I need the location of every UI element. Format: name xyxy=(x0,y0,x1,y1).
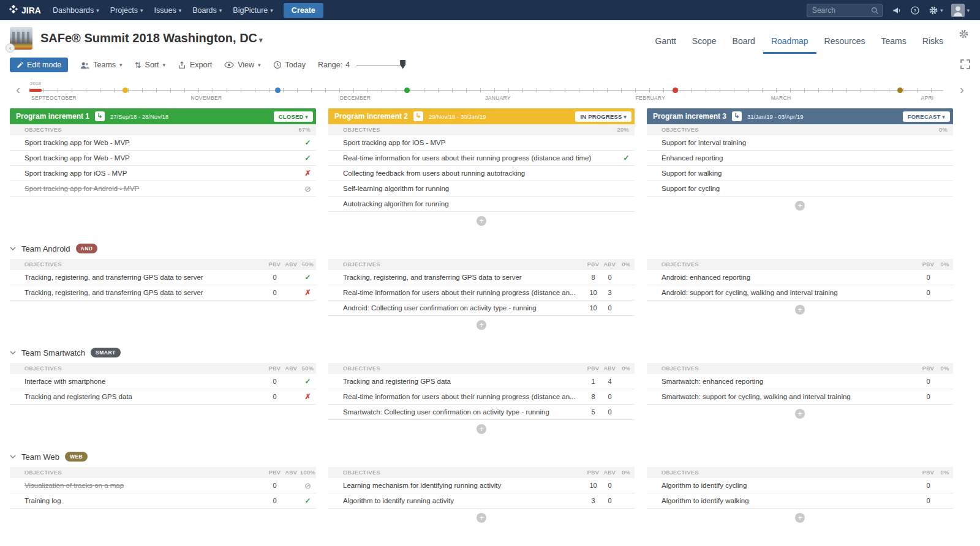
add-objective-button[interactable]: + xyxy=(795,409,805,419)
pbv-value: 3 xyxy=(585,497,601,504)
add-objective-button[interactable]: + xyxy=(477,320,486,330)
today-button[interactable]: Today xyxy=(273,61,306,69)
add-objective-button[interactable]: + xyxy=(477,513,486,523)
objective-row[interactable]: Support for walking xyxy=(647,166,953,181)
announcements-icon[interactable] xyxy=(888,0,906,20)
nav-menu-dashboards[interactable]: Dashboards▾ xyxy=(47,0,105,20)
pi-status-dropdown[interactable]: FORECAST ▾ xyxy=(903,111,950,122)
objective-text: Tracking and registering GPS data xyxy=(343,378,585,385)
milestone-marker[interactable] xyxy=(123,88,128,93)
range-slider-handle[interactable] xyxy=(400,60,405,69)
create-button[interactable]: Create xyxy=(284,3,323,18)
add-objective-button[interactable]: + xyxy=(795,201,805,211)
tab-roadmap[interactable]: Roadmap xyxy=(763,36,816,54)
add-objective-button[interactable]: + xyxy=(795,305,805,315)
help-icon[interactable]: ? xyxy=(906,0,924,20)
nav-menu-issues[interactable]: Issues▾ xyxy=(149,0,187,20)
timeline-axis[interactable] xyxy=(29,90,943,91)
objective-row[interactable]: Smartwatch: Collecting user confirmation… xyxy=(328,405,635,420)
tab-scope[interactable]: Scope xyxy=(684,36,725,54)
sort-arrows-icon: ⇅ xyxy=(135,61,141,70)
objective-row[interactable]: Android: Collecting user confirmation on… xyxy=(328,301,635,316)
objective-row[interactable]: Support for interval training xyxy=(647,135,953,151)
module-settings-gear-icon[interactable] xyxy=(959,29,969,42)
program-increment-column: Program increment 2↳29/Nov/18 - 30/Jan/1… xyxy=(328,108,635,230)
collapse-back-button[interactable]: ‹ xyxy=(6,43,15,53)
progress-percent: 0% xyxy=(618,365,635,372)
objective-row[interactable]: Training log0✓ xyxy=(10,493,316,509)
add-objective-button[interactable]: + xyxy=(477,424,486,434)
tab-resources[interactable]: Resources xyxy=(816,36,873,54)
objective-row[interactable]: Sport tracking app for iOS - MVP xyxy=(328,135,635,151)
objective-row[interactable]: Visualization of tracks on a map0⊘ xyxy=(10,478,316,493)
objective-row[interactable]: Algorithm to identify walking0 xyxy=(647,493,953,509)
nav-menu-bigpicture[interactable]: BigPicture▾ xyxy=(227,0,279,20)
objective-row[interactable]: Sport tracking app for Web - MVP✓ xyxy=(10,151,316,166)
objective-row[interactable]: Tracking, registering, and transferring … xyxy=(10,285,316,301)
view-dropdown[interactable]: View▾ xyxy=(224,61,260,69)
user-profile-menu[interactable]: ▾ xyxy=(947,0,974,20)
sort-dropdown[interactable]: ⇅ Sort▾ xyxy=(135,61,165,70)
nav-menu-boards[interactable]: Boards▾ xyxy=(187,0,227,20)
edit-mode-button[interactable]: Edit mode xyxy=(10,58,68,72)
tab-risks[interactable]: Risks xyxy=(914,36,951,54)
objective-row[interactable]: Interface with smartphone0✓ xyxy=(10,374,316,389)
objective-row[interactable]: Self-learning algorithm for running xyxy=(328,181,635,196)
pi-status-dropdown[interactable]: IN PROGRESS ▾ xyxy=(575,111,631,122)
milestone-marker[interactable] xyxy=(404,88,410,93)
objective-row[interactable]: Algorithm to identify running activity30 xyxy=(328,493,635,509)
nav-menu-projects[interactable]: Projects▾ xyxy=(105,0,149,20)
objective-row[interactable]: Enhanced reporting xyxy=(647,151,953,166)
add-objective-button[interactable]: + xyxy=(795,513,805,523)
objective-row[interactable]: Support for cycling xyxy=(647,181,953,196)
add-objective-button[interactable]: + xyxy=(477,216,486,226)
objective-row[interactable]: Algorithm to identify cycling0 xyxy=(647,478,953,493)
objective-row[interactable]: Tracking, registering, and transferring … xyxy=(328,270,635,285)
pi-sync-icon[interactable]: ↳ xyxy=(732,111,742,121)
export-button[interactable]: Export xyxy=(178,61,212,69)
objective-row[interactable]: Learning mechanism for identifying runni… xyxy=(328,478,635,493)
objective-row[interactable]: Collecting feedback from users about run… xyxy=(328,166,635,181)
timeline-prev-icon[interactable]: ‹ xyxy=(16,83,20,95)
objective-row[interactable]: Tracking and registering GPS data14 xyxy=(328,374,635,389)
admin-settings-menu[interactable]: ▾ xyxy=(924,0,948,20)
objective-row[interactable]: Smartwatch: enhanced reporting0 xyxy=(647,374,953,389)
page-title[interactable]: SAFe® Summit 2018 Washington, DC▾ xyxy=(40,31,263,45)
objective-row[interactable]: Real-time information for users about th… xyxy=(328,285,635,301)
objectives-subheader: OBJECTIVES67% xyxy=(10,124,316,135)
objective-row[interactable]: Smartwatch: support for cycling, walking… xyxy=(647,389,953,405)
teams-dropdown[interactable]: Teams▾ xyxy=(80,61,122,69)
objective-row[interactable]: Android: enhanced reporting0 xyxy=(647,270,953,285)
tab-teams[interactable]: Teams xyxy=(873,36,914,54)
objective-row[interactable]: Autotracking algorithm for running xyxy=(328,196,635,212)
tab-gantt[interactable]: Gantt xyxy=(647,36,684,54)
objective-row[interactable]: Sport tracking app for iOS - MVP✗ xyxy=(10,166,316,181)
objective-row[interactable]: Tracking and registering GPS data0✗ xyxy=(10,389,316,405)
collapse-chevron-icon[interactable] xyxy=(10,247,16,251)
milestone-marker[interactable] xyxy=(897,88,903,93)
objective-row[interactable]: Real-time information for users about th… xyxy=(328,389,635,405)
jira-logo[interactable]: JIRA xyxy=(9,4,41,16)
milestone-marker[interactable] xyxy=(673,88,678,93)
progress-percent: 50% xyxy=(300,261,316,267)
pbv-value: 0 xyxy=(920,393,937,400)
pi-sync-icon[interactable]: ↳ xyxy=(95,111,105,121)
pi-sync-icon[interactable]: ↳ xyxy=(413,111,423,121)
objective-status-icon: ✗ xyxy=(300,392,316,401)
pi-status-dropdown[interactable]: CLOSED ▾ xyxy=(274,111,313,122)
timeline-next-icon[interactable]: › xyxy=(960,83,964,95)
objective-row[interactable]: Android: support for cycling, walking an… xyxy=(647,285,953,301)
objective-row[interactable]: Sport tracking app for Web - MVP✓ xyxy=(10,135,316,151)
objective-text: Smartwatch: enhanced reporting xyxy=(662,378,920,385)
collapse-chevron-icon[interactable] xyxy=(10,351,16,355)
objective-row[interactable]: Real-time information for users about th… xyxy=(328,151,635,166)
fullscreen-icon[interactable] xyxy=(960,59,970,71)
tab-board[interactable]: Board xyxy=(725,36,763,54)
milestone-marker[interactable] xyxy=(275,88,281,93)
range-slider[interactable] xyxy=(356,65,403,65)
pbv-header: PBV xyxy=(920,469,937,476)
objective-row[interactable]: Sport tracking app for Android - MVP⊘ xyxy=(10,181,316,196)
collapse-chevron-icon[interactable] xyxy=(10,455,16,459)
team-objectives-column: OBJECTIVESPBV0%Smartwatch: enhanced repo… xyxy=(647,363,953,438)
objective-row[interactable]: Tracking, registering, and transferring … xyxy=(10,270,316,285)
